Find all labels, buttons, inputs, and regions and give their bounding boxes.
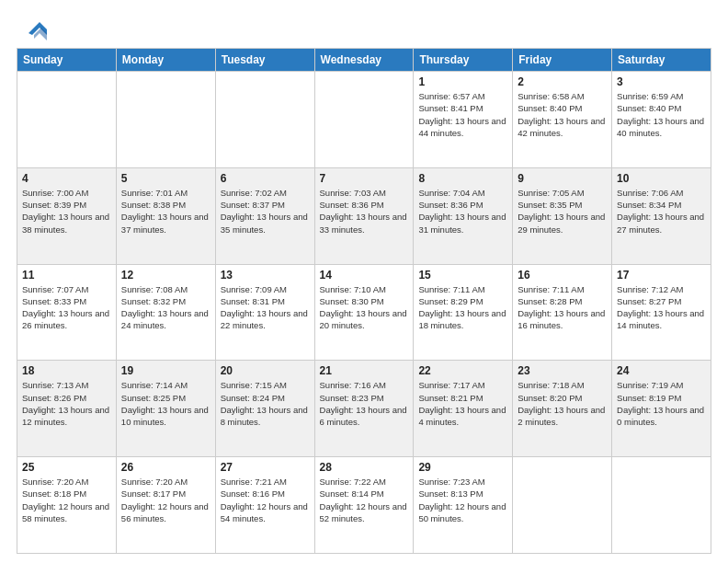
calendar-cell: 24Sunrise: 7:19 AM Sunset: 8:19 PM Dayli…	[612, 361, 711, 457]
day-info: Sunrise: 7:13 AM Sunset: 8:26 PM Dayligh…	[22, 379, 111, 428]
calendar-week-3: 11Sunrise: 7:07 AM Sunset: 8:33 PM Dayli…	[17, 264, 711, 361]
calendar-cell: 9Sunrise: 7:05 AM Sunset: 8:35 PM Daylig…	[513, 167, 612, 264]
day-number: 15	[418, 269, 507, 282]
day-number: 10	[617, 172, 706, 185]
day-number: 24	[617, 364, 706, 377]
calendar-cell: 15Sunrise: 7:11 AM Sunset: 8:29 PM Dayli…	[414, 264, 513, 361]
calendar-cell: 3Sunrise: 6:59 AM Sunset: 8:40 PM Daylig…	[612, 72, 711, 168]
calendar-cell: 8Sunrise: 7:04 AM Sunset: 8:36 PM Daylig…	[414, 167, 513, 264]
calendar-week-2: 4Sunrise: 7:00 AM Sunset: 8:39 PM Daylig…	[17, 167, 711, 264]
calendar-cell	[17, 72, 117, 168]
day-number: 25	[22, 461, 111, 474]
day-number: 9	[518, 172, 607, 185]
day-number: 13	[221, 269, 310, 282]
day-info: Sunrise: 7:11 AM Sunset: 8:28 PM Dayligh…	[518, 283, 607, 332]
day-number: 14	[320, 269, 409, 282]
day-number: 22	[418, 364, 507, 377]
calendar-cell: 23Sunrise: 7:18 AM Sunset: 8:20 PM Dayli…	[513, 361, 612, 457]
calendar-cell: 25Sunrise: 7:20 AM Sunset: 8:18 PM Dayli…	[17, 457, 117, 554]
day-number: 17	[617, 269, 706, 282]
day-info: Sunrise: 6:57 AM Sunset: 8:41 PM Dayligh…	[418, 90, 507, 139]
day-info: Sunrise: 7:14 AM Sunset: 8:25 PM Dayligh…	[121, 379, 210, 428]
day-number: 3	[617, 75, 706, 88]
calendar-header-wednesday: Wednesday	[314, 49, 414, 72]
calendar-cell	[116, 72, 215, 168]
page: SundayMondayTuesdayWednesdayThursdayFrid…	[0, 0, 728, 563]
day-info: Sunrise: 7:20 AM Sunset: 8:17 PM Dayligh…	[121, 476, 210, 524]
calendar-header-sunday: Sunday	[17, 49, 117, 72]
day-info: Sunrise: 7:09 AM Sunset: 8:31 PM Dayligh…	[221, 283, 310, 332]
calendar-cell	[215, 72, 314, 168]
day-info: Sunrise: 7:01 AM Sunset: 8:38 PM Dayligh…	[121, 187, 210, 236]
calendar-cell: 27Sunrise: 7:21 AM Sunset: 8:16 PM Dayli…	[215, 457, 314, 554]
day-info: Sunrise: 7:23 AM Sunset: 8:13 PM Dayligh…	[418, 476, 507, 524]
day-info: Sunrise: 7:11 AM Sunset: 8:29 PM Dayligh…	[418, 283, 507, 332]
day-info: Sunrise: 7:04 AM Sunset: 8:36 PM Dayligh…	[418, 187, 507, 236]
calendar-week-1: 1Sunrise: 6:57 AM Sunset: 8:41 PM Daylig…	[17, 72, 711, 168]
day-info: Sunrise: 7:21 AM Sunset: 8:16 PM Dayligh…	[221, 476, 310, 524]
calendar-cell: 16Sunrise: 7:11 AM Sunset: 8:28 PM Dayli…	[513, 264, 612, 361]
calendar-cell: 4Sunrise: 7:00 AM Sunset: 8:39 PM Daylig…	[17, 167, 117, 264]
day-number: 20	[221, 364, 310, 377]
day-number: 12	[121, 269, 210, 282]
header	[17, 15, 711, 40]
day-info: Sunrise: 7:02 AM Sunset: 8:37 PM Dayligh…	[221, 187, 310, 236]
day-number: 11	[22, 269, 111, 282]
calendar-cell: 1Sunrise: 6:57 AM Sunset: 8:41 PM Daylig…	[414, 72, 513, 168]
day-info: Sunrise: 7:10 AM Sunset: 8:30 PM Dayligh…	[320, 283, 409, 332]
calendar-cell: 29Sunrise: 7:23 AM Sunset: 8:13 PM Dayli…	[414, 457, 513, 554]
day-info: Sunrise: 7:19 AM Sunset: 8:19 PM Dayligh…	[617, 379, 706, 428]
day-number: 7	[320, 172, 409, 185]
day-number: 19	[121, 364, 210, 377]
day-info: Sunrise: 7:05 AM Sunset: 8:35 PM Dayligh…	[518, 187, 607, 236]
calendar-header-saturday: Saturday	[612, 49, 711, 72]
day-info: Sunrise: 6:58 AM Sunset: 8:40 PM Dayligh…	[518, 90, 607, 139]
day-number: 6	[221, 172, 310, 185]
day-info: Sunrise: 6:59 AM Sunset: 8:40 PM Dayligh…	[617, 90, 706, 139]
calendar-cell	[612, 457, 711, 554]
day-info: Sunrise: 7:00 AM Sunset: 8:39 PM Dayligh…	[22, 187, 111, 236]
day-info: Sunrise: 7:08 AM Sunset: 8:32 PM Dayligh…	[121, 283, 210, 332]
calendar-cell: 20Sunrise: 7:15 AM Sunset: 8:24 PM Dayli…	[215, 361, 314, 457]
calendar-cell: 2Sunrise: 6:58 AM Sunset: 8:40 PM Daylig…	[513, 72, 612, 168]
logo-icon	[21, 15, 47, 40]
calendar-cell: 28Sunrise: 7:22 AM Sunset: 8:14 PM Dayli…	[314, 457, 414, 554]
calendar-cell: 12Sunrise: 7:08 AM Sunset: 8:32 PM Dayli…	[116, 264, 215, 361]
day-number: 1	[418, 75, 507, 88]
calendar-header-monday: Monday	[116, 49, 215, 72]
day-info: Sunrise: 7:20 AM Sunset: 8:18 PM Dayligh…	[22, 476, 111, 524]
calendar-cell: 26Sunrise: 7:20 AM Sunset: 8:17 PM Dayli…	[116, 457, 215, 554]
day-number: 4	[22, 172, 111, 185]
day-number: 23	[518, 364, 607, 377]
day-info: Sunrise: 7:03 AM Sunset: 8:36 PM Dayligh…	[320, 187, 409, 236]
day-number: 16	[518, 269, 607, 282]
calendar-cell: 19Sunrise: 7:14 AM Sunset: 8:25 PM Dayli…	[116, 361, 215, 457]
calendar-week-5: 25Sunrise: 7:20 AM Sunset: 8:18 PM Dayli…	[17, 457, 711, 554]
calendar-cell: 21Sunrise: 7:16 AM Sunset: 8:23 PM Dayli…	[314, 361, 414, 457]
day-info: Sunrise: 7:15 AM Sunset: 8:24 PM Dayligh…	[221, 379, 310, 428]
day-info: Sunrise: 7:22 AM Sunset: 8:14 PM Dayligh…	[320, 476, 409, 524]
calendar-cell: 14Sunrise: 7:10 AM Sunset: 8:30 PM Dayli…	[314, 264, 414, 361]
calendar-header-row: SundayMondayTuesdayWednesdayThursdayFrid…	[17, 49, 711, 72]
calendar-cell: 18Sunrise: 7:13 AM Sunset: 8:26 PM Dayli…	[17, 361, 117, 457]
calendar-header-thursday: Thursday	[414, 49, 513, 72]
day-info: Sunrise: 7:16 AM Sunset: 8:23 PM Dayligh…	[320, 379, 409, 428]
day-number: 29	[418, 461, 507, 474]
calendar-header-tuesday: Tuesday	[215, 49, 314, 72]
day-number: 2	[518, 75, 607, 88]
calendar-cell: 11Sunrise: 7:07 AM Sunset: 8:33 PM Dayli…	[17, 264, 117, 361]
day-number: 21	[320, 364, 409, 377]
calendar-cell: 6Sunrise: 7:02 AM Sunset: 8:37 PM Daylig…	[215, 167, 314, 264]
day-number: 5	[121, 172, 210, 185]
day-info: Sunrise: 7:12 AM Sunset: 8:27 PM Dayligh…	[617, 283, 706, 332]
calendar-header-friday: Friday	[513, 49, 612, 72]
calendar-cell: 5Sunrise: 7:01 AM Sunset: 8:38 PM Daylig…	[116, 167, 215, 264]
calendar-cell: 10Sunrise: 7:06 AM Sunset: 8:34 PM Dayli…	[612, 167, 711, 264]
day-number: 28	[320, 461, 409, 474]
day-info: Sunrise: 7:07 AM Sunset: 8:33 PM Dayligh…	[22, 283, 111, 332]
day-number: 27	[221, 461, 310, 474]
calendar-table: SundayMondayTuesdayWednesdayThursdayFrid…	[17, 48, 711, 554]
calendar-cell: 17Sunrise: 7:12 AM Sunset: 8:27 PM Dayli…	[612, 264, 711, 361]
logo	[17, 15, 47, 40]
day-number: 18	[22, 364, 111, 377]
